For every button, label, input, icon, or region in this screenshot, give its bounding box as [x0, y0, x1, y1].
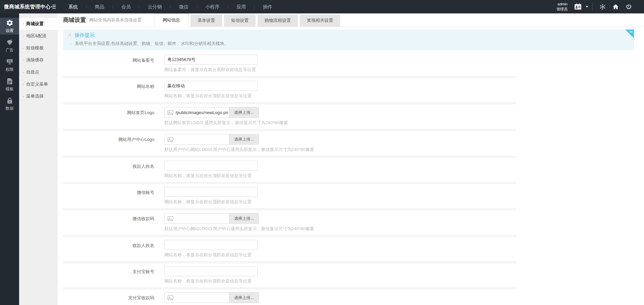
user-role: 管理员 [556, 7, 568, 12]
field-label: 支付宝收款码 [63, 292, 154, 305]
notice-description-text: 系统平台全局设置,包括基础设置、购物、短信、邮件、水印和分销等相关模块。 [75, 41, 229, 46]
form-row: 支付宝收款码选择上传...默认用户中心网站LOGO,用户中心通用头部显示，最佳显… [63, 290, 517, 305]
gear-icon [6, 19, 13, 27]
field-helper: 网站名称，将显示在前台顶部欢迎信息等位置 [164, 173, 258, 179]
tab-0[interactable]: 网站信息 [154, 13, 189, 27]
app-logo: 微商城系统管理中心 [0, 4, 50, 10]
sidebar-item-label: 广告 [6, 47, 14, 53]
notice-title: 操作提示 [74, 32, 95, 39]
text-field-1[interactable] [164, 81, 258, 91]
gem-icon [6, 39, 13, 46]
upload-button[interactable]: 选择上传... [229, 293, 259, 303]
nav-item-1[interactable]: 商品 [87, 0, 112, 13]
svg-text:AD: AD [8, 59, 11, 62]
top-nav: 系统|商品|会员|云分销|微信|小程序|应用|插件 [60, 0, 280, 13]
image-icon [167, 295, 173, 300]
text-field-5[interactable] [164, 187, 258, 197]
field-helper: 网站备案号，将显示在前台底部欢迎信息等位置 [164, 67, 258, 73]
field-helper: 默认用户中心网站LOGO,用户中心通用头部显示，最佳显示尺寸为240*60像素 [164, 147, 314, 153]
sidebar-item-0[interactable]: 设置 [0, 18, 19, 35]
share-nodes-icon[interactable] [599, 3, 606, 10]
nav-item-0[interactable]: 系统 [60, 0, 86, 13]
sidebar-item-label: 设置 [6, 28, 14, 34]
chevron-down-icon[interactable] [586, 6, 588, 9]
upload-field-3: 选择上传... [164, 134, 259, 145]
menu-fold-icon[interactable] [50, 4, 56, 10]
form-row: 网站用户中心Logo选择上传...默认用户中心网站LOGO,用户中心通用头部显示… [63, 131, 517, 158]
submenu-item-3[interactable]: 清除缓存 [19, 54, 58, 66]
field-helper: 网站名称，将显示在前台顶部欢迎信息等位置 [164, 93, 258, 99]
content-area: ☝ 操作提示 ·系统平台全局设置,包括基础设置、购物、短信、邮件、水印和分销等相… [58, 27, 644, 305]
tab-3[interactable]: 购物流程设置 [258, 14, 298, 27]
submenu-item-1[interactable]: 地区&配送 [19, 30, 58, 42]
nav-item-6[interactable]: 应用 [228, 0, 254, 13]
field-helper: 默认用户中心网站LOGO,用户中心通用头部显示，最佳显示尺寸为240*60像素 [164, 226, 314, 232]
field-control: 选择上传...默认用户中心网站LOGO,用户中心通用头部显示，最佳显示尺寸为24… [164, 213, 314, 232]
form-row: 收款人姓名网站名称，将显示在前台顶部欢迎信息等位置 [63, 158, 517, 184]
notice-header: ☝ 操作提示 [68, 32, 629, 39]
upload-button[interactable]: 选择上传... [229, 107, 259, 117]
tab-4[interactable]: 奖项相关设置 [300, 14, 340, 27]
form-row: 微信账号网站名称，将显示在前台顶部欢迎信息等位置 [63, 184, 517, 210]
sidebar-item-3[interactable]: 模板 [0, 76, 19, 93]
form-row: 网站备案号网站备案号，将显示在前台底部欢迎信息等位置 [63, 52, 517, 78]
ad-board-icon: AD [6, 58, 13, 65]
form-row: 网站名称网站名称，将显示在前台顶部欢迎信息等位置 [63, 78, 517, 104]
field-label: 支付宝账号 [63, 266, 154, 284]
field-label: 收款人姓名 [63, 161, 154, 179]
image-icon [167, 110, 173, 115]
id-card-icon[interactable] [574, 3, 582, 11]
text-field-4[interactable] [164, 161, 258, 171]
upload-button[interactable]: 选择上传... [229, 213, 259, 223]
submenu-sidebar: 商城设置地区&配送短信模板清除缓存自提点自定义菜单菜单选择 [19, 13, 58, 305]
upload-field-2: /public/images/newLogo.pn选择上传... [164, 107, 259, 118]
notice-collapse-corner[interactable] [625, 30, 634, 38]
nav-item-7[interactable]: 插件 [255, 0, 280, 13]
topbar-right: admin 管理员 [556, 2, 644, 12]
home-icon[interactable] [612, 3, 619, 10]
field-label: 微信账号 [63, 187, 154, 205]
main-layout: 设置广告AD权限模板数据 商城设置地区&配送短信模板清除缓存自提点自定义菜单菜单… [0, 13, 644, 305]
form-row: 支付宝账号网站名称，将显示在前台顶部欢迎信息等位置 [63, 263, 517, 290]
tab-2[interactable]: 短信设置 [224, 14, 256, 27]
upload-field-9: 选择上传... [164, 292, 259, 303]
submenu-item-0[interactable]: 商城设置 [19, 18, 58, 30]
image-icon [167, 216, 173, 221]
divider [592, 2, 593, 11]
field-control: 网站名称，将显示在前台顶部欢迎信息等位置 [164, 81, 258, 99]
notice-description: ·系统平台全局设置,包括基础设置、购物、短信、邮件、水印和分销等相关模块。 [68, 41, 629, 47]
nav-item-3[interactable]: 云分销 [140, 0, 170, 13]
field-control: 选择上传...默认用户中心网站LOGO,用户中心通用头部显示，最佳显示尺寸为24… [164, 134, 314, 153]
upload-filename: /public/images/newLogo.pn [175, 110, 229, 115]
image-icon [167, 137, 173, 142]
text-field-7[interactable] [164, 240, 258, 250]
field-control: 网站名称，将显示在前台顶部欢迎信息等位置 [164, 161, 258, 179]
sidebar-item-4[interactable]: 数据 [0, 96, 19, 112]
text-field-0[interactable] [164, 55, 258, 65]
nav-item-2[interactable]: 会员 [113, 0, 139, 13]
page-header: 商城设置 网站全局内容基本选项设置 网站信息基本设置短信设置购物流程设置奖项相关… [58, 13, 644, 27]
form-row: 收款人姓名网站名称，将显示在前台顶部欢迎信息等位置 [63, 237, 517, 263]
tab-1[interactable]: 基本设置 [191, 14, 222, 27]
field-label: 网站备案号 [63, 55, 154, 73]
field-control: 网站名称，将显示在前台顶部欢迎信息等位置 [164, 240, 258, 258]
power-icon[interactable] [625, 3, 632, 10]
nav-item-4[interactable]: 微信 [171, 0, 196, 13]
submenu-item-4[interactable]: 自提点 [19, 66, 58, 78]
upload-button[interactable]: 选择上传... [229, 134, 259, 144]
sidebar-item-1[interactable]: 广告 [0, 37, 19, 54]
form-row: 微信收款码选择上传...默认用户中心网站LOGO,用户中心通用头部显示，最佳显示… [63, 210, 517, 237]
nav-item-5[interactable]: 小程序 [197, 0, 227, 13]
icon-sidebar: 设置广告AD权限模板数据 [0, 13, 19, 305]
text-field-8[interactable] [164, 266, 258, 276]
sidebar-item-label: 权限 [6, 67, 14, 72]
submenu-item-5[interactable]: 自定义菜单 [19, 78, 58, 90]
submenu-item-2[interactable]: 短信模板 [19, 42, 58, 54]
field-helper: 网站名称，将显示在前台顶部欢迎信息等位置 [164, 199, 258, 205]
sidebar-item-2[interactable]: AD权限 [0, 57, 19, 73]
hand-pointer-icon: ☝ [68, 33, 71, 39]
submenu-item-6[interactable]: 菜单选择 [19, 90, 58, 102]
notice-box: ☝ 操作提示 ·系统平台全局设置,包括基础设置、购物、短信、邮件、水印和分销等相… [63, 30, 634, 50]
field-control: 网站名称，将显示在前台顶部欢迎信息等位置 [164, 187, 258, 205]
sidebar-item-label: 数据 [6, 106, 14, 111]
